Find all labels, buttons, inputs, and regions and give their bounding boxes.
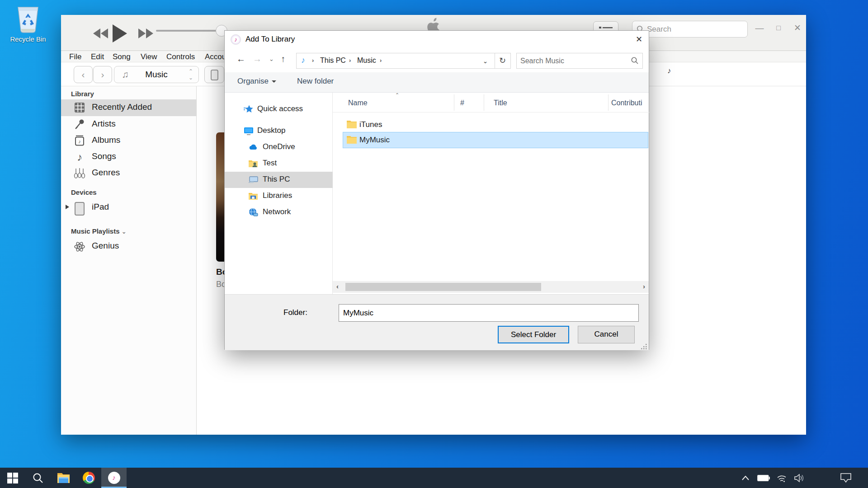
folder-icon — [347, 120, 357, 130]
menu-file[interactable]: File — [69, 52, 81, 62]
sidebar-item-artists[interactable]: Artists — [61, 116, 196, 133]
nav-back-button[interactable]: ‹ — [74, 66, 93, 83]
column-contributing[interactable]: Contributi — [611, 99, 642, 107]
breadcrumb-chevron-icon[interactable]: › — [380, 57, 382, 64]
dialog-search-box[interactable] — [516, 53, 643, 69]
media-kind-selector[interactable]: ♫ Music ⌃⌄ — [114, 66, 199, 83]
sidebar-item-recently-added[interactable]: Recently Added — [61, 99, 196, 116]
scroll-left-icon[interactable]: ‹ — [336, 282, 339, 290]
menu-view[interactable]: View — [141, 52, 157, 62]
column-divider[interactable] — [484, 94, 484, 111]
sidebar-item-label: iPad — [92, 202, 109, 212]
address-dropdown-chevron-icon[interactable]: ⌄ — [483, 58, 488, 65]
breadcrumb-chevron-icon[interactable]: › — [312, 57, 314, 64]
tree-item-desktop[interactable]: Desktop — [225, 123, 333, 139]
select-folder-button[interactable]: Select Folder — [498, 326, 569, 343]
refresh-button[interactable]: ↻ — [495, 53, 511, 69]
resize-grip-icon[interactable] — [641, 343, 647, 349]
sidebar-item-genres[interactable]: Genres — [61, 165, 196, 182]
sort-ascending-icon: ⌃ — [395, 92, 399, 98]
recent-locations-chevron-icon[interactable]: ⌄ — [269, 56, 274, 62]
itunes-taskbar-button[interactable]: ♪ — [101, 468, 127, 488]
maximize-button[interactable]: □ — [771, 21, 786, 35]
play-button-icon[interactable] — [112, 24, 127, 42]
cancel-button[interactable]: Cancel — [578, 326, 635, 343]
file-row-mymusic[interactable]: MyMusic — [343, 132, 648, 148]
desktop-monitor-icon — [244, 126, 254, 136]
sidebar-item-genius[interactable]: Genius — [61, 238, 196, 255]
menu-edit[interactable]: Edit — [91, 52, 104, 62]
album-icon: ♪ — [74, 135, 85, 147]
itunes-search-box[interactable] — [632, 21, 748, 38]
device-button[interactable] — [204, 66, 224, 83]
column-divider[interactable] — [454, 94, 454, 111]
dialog-titlebar[interactable]: ♪ Add To Library ✕ — [225, 31, 649, 49]
organise-button[interactable]: Organise — [237, 77, 276, 86]
dialog-close-button[interactable]: ✕ — [629, 31, 649, 48]
up-arrow-icon[interactable]: ↑ — [281, 54, 285, 64]
media-kind-value: Music — [114, 70, 198, 80]
scroll-right-icon[interactable]: › — [643, 282, 645, 290]
new-folder-button[interactable]: New folder — [297, 77, 334, 86]
file-name: MyMusic — [359, 136, 390, 145]
file-row-itunes[interactable]: iTunes — [343, 117, 648, 132]
user-folder-icon — [248, 159, 258, 169]
breadcrumb-this-pc[interactable]: This PC — [320, 56, 346, 65]
breadcrumb-chevron-icon[interactable]: › — [349, 57, 351, 64]
file-explorer-button[interactable] — [51, 468, 76, 488]
fast-forward-button-icon[interactable] — [138, 28, 154, 38]
tree-item-libraries[interactable]: Libraries — [225, 188, 333, 204]
battery-icon — [757, 475, 770, 481]
tray-expand-button[interactable] — [738, 468, 753, 488]
dialog-command-bar: Organise New folder — [225, 72, 649, 93]
close-button[interactable]: ✕ — [790, 21, 805, 35]
sidebar-item-albums[interactable]: ♪ Albums — [61, 132, 196, 149]
recycle-bin[interactable]: Recycle Bin — [6, 5, 50, 43]
forward-arrow-icon[interactable]: → — [253, 54, 262, 64]
desktop: Recycle Bin — [0, 0, 868, 488]
partial-note-icon: ♪ — [667, 66, 671, 75]
chevron-up-icon — [742, 476, 749, 480]
wifi-indicator[interactable] — [773, 468, 790, 488]
menu-controls[interactable]: Controls — [166, 52, 195, 62]
tree-item-this-pc[interactable]: This PC — [225, 172, 333, 188]
column-number[interactable]: # — [460, 99, 464, 107]
horizontal-scrollbar[interactable]: ‹ › — [333, 281, 649, 293]
sidebar-item-ipad[interactable]: iPad — [61, 199, 196, 216]
volume-slider-track[interactable] — [156, 30, 218, 32]
menu-song[interactable]: Song — [113, 52, 131, 62]
column-name[interactable]: Name — [348, 99, 368, 107]
tree-item-onedrive[interactable]: OneDrive — [225, 139, 333, 155]
minimize-button[interactable]: — — [752, 21, 767, 35]
nav-forward-button[interactable]: › — [93, 66, 112, 83]
volume-indicator[interactable] — [791, 468, 809, 488]
back-arrow-icon[interactable]: ← — [236, 54, 245, 64]
tree-item-quick-access[interactable]: Quick access — [225, 101, 333, 117]
chrome-button[interactable] — [76, 468, 101, 488]
dialog-search-input[interactable] — [520, 54, 624, 68]
scrollbar-thumb[interactable] — [345, 283, 541, 291]
start-button[interactable] — [0, 468, 25, 488]
tree-item-test[interactable]: Test — [225, 155, 333, 172]
chevron-down-icon[interactable]: ⌄ — [122, 228, 127, 235]
chrome-icon — [83, 472, 95, 484]
breadcrumb-music[interactable]: Music — [357, 56, 376, 65]
dialog-body: Quick access Desktop OneDrive — [225, 93, 649, 294]
itunes-search-input[interactable] — [647, 22, 742, 37]
tree-item-network[interactable]: Network — [225, 204, 333, 221]
sidebar-item-songs[interactable]: ♪ Songs — [61, 149, 196, 165]
action-center-button[interactable] — [835, 468, 856, 488]
network-globe-icon — [248, 207, 258, 217]
libraries-folder-icon — [248, 191, 258, 201]
taskbar-search-button[interactable] — [25, 468, 51, 488]
address-bar[interactable]: ♪ › This PC › Music › ⌄ — [296, 53, 495, 69]
column-title[interactable]: Title — [494, 99, 507, 107]
folder-name-input[interactable] — [343, 305, 632, 321]
dialog-nav-bar: ← → ⌄ ↑ ♪ › This PC › Music › ⌄ ↻ — [225, 49, 649, 72]
expand-arrow-icon[interactable] — [66, 205, 69, 209]
column-divider[interactable] — [608, 94, 609, 111]
battery-indicator[interactable] — [755, 468, 772, 488]
rewind-button-icon[interactable] — [93, 28, 108, 38]
this-pc-icon — [248, 175, 258, 185]
music-note-icon: ♪ — [74, 151, 85, 163]
